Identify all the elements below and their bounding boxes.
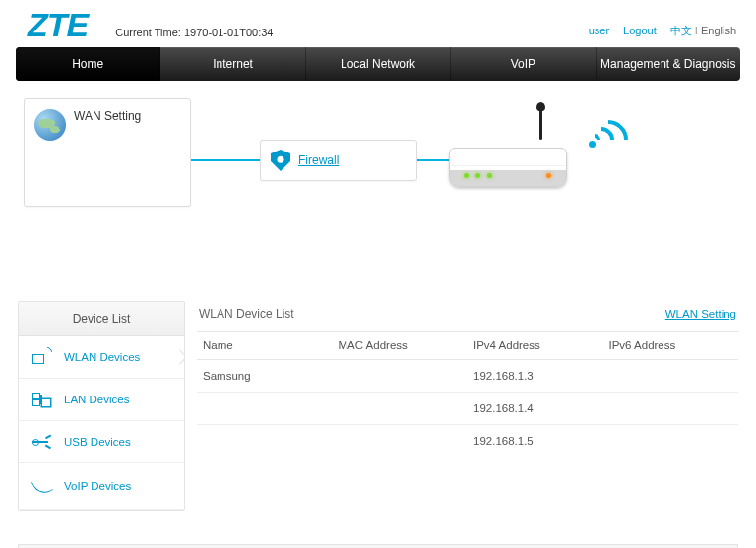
wlan-device-table: Name MAC Address IPv4 Address IPv6 Addre…: [197, 331, 738, 457]
table-row: 192.168.1.5: [197, 425, 738, 457]
user-link[interactable]: user: [589, 25, 609, 36]
col-ipv6: IPv6 Address: [603, 332, 739, 360]
router-led-icon: [475, 173, 480, 178]
firewall-card[interactable]: Firewall: [260, 140, 417, 181]
col-ipv4: IPv4 Address: [468, 332, 603, 360]
col-name: Name: [197, 332, 333, 360]
cell-name: [197, 393, 333, 425]
wlan-icon: [32, 350, 50, 364]
shield-icon: [271, 150, 290, 171]
logout-link[interactable]: Logout: [623, 25, 657, 36]
device-list-title: WLAN Device List: [199, 307, 294, 321]
footer: ©2008-2022 ZTE Corporation. All rights r…: [18, 544, 738, 548]
table-row: 192.168.1.4: [197, 393, 738, 425]
cell-name: [197, 425, 333, 457]
main-nav: Home Internet Local Network VoIP Managem…: [16, 47, 740, 81]
nav-internet[interactable]: Internet: [160, 47, 305, 81]
device-list-sidebar: Device List WLAN Devices LAN Devices USB…: [18, 301, 185, 511]
nav-voip[interactable]: VoIP: [451, 47, 596, 81]
sidebar-item-lan-devices[interactable]: LAN Devices: [19, 379, 184, 421]
sidebar-item-wlan-devices[interactable]: WLAN Devices: [19, 336, 184, 379]
phone-icon: [32, 477, 50, 495]
table-row: Samsung 192.168.1.3: [197, 360, 738, 393]
cell-ipv4: 192.168.1.3: [468, 360, 603, 393]
current-time: Current Time: 1970-01-01T00:34: [115, 27, 273, 38]
wan-setting-label: WAN Setting: [74, 109, 141, 123]
cell-ipv4: 192.168.1.4: [468, 393, 603, 425]
cell-mac: [333, 425, 469, 457]
wifi-icon: [589, 108, 628, 148]
topology-diagram: WAN Setting Firewall: [18, 98, 738, 236]
brand-logo: ZTE: [28, 8, 88, 41]
firewall-link[interactable]: Firewall: [298, 153, 339, 167]
sidebar-item-label: LAN Devices: [64, 394, 129, 405]
cell-mac: [333, 360, 469, 393]
router-led-icon: [464, 173, 469, 178]
cell-mac: [333, 393, 469, 425]
router-graphic: [449, 130, 567, 187]
lang-cn-link[interactable]: 中文: [670, 25, 692, 36]
cell-ipv6: [603, 425, 739, 457]
link-line: [417, 159, 449, 161]
globe-icon: [34, 109, 66, 141]
cell-ipv6: [603, 360, 739, 393]
sidebar-title: Device List: [19, 302, 184, 336]
wan-setting-card[interactable]: WAN Setting: [24, 98, 191, 207]
lan-icon: [32, 393, 50, 406]
router-led-icon: [487, 173, 492, 178]
cell-ipv4: 192.168.1.5: [468, 425, 603, 457]
cell-name: Samsung: [197, 360, 333, 393]
cell-ipv6: [603, 393, 739, 425]
sidebar-item-voip-devices[interactable]: VoIP Devices: [19, 463, 184, 510]
nav-local-network[interactable]: Local Network: [306, 47, 451, 81]
sidebar-item-label: USB Devices: [64, 436, 131, 448]
sidebar-item-label: VoIP Devices: [64, 480, 131, 492]
nav-home[interactable]: Home: [16, 47, 160, 81]
sidebar-item-usb-devices[interactable]: USB Devices: [19, 421, 184, 463]
nav-management[interactable]: Management & Diagnosis: [597, 47, 740, 81]
wlan-setting-link[interactable]: WLAN Setting: [665, 308, 736, 320]
sidebar-item-label: WLAN Devices: [64, 351, 140, 363]
usb-icon: [32, 435, 50, 449]
col-mac: MAC Address: [333, 332, 469, 360]
lang-en-label: English: [701, 25, 736, 36]
link-line: [191, 159, 260, 161]
router-led-icon: [546, 173, 551, 178]
